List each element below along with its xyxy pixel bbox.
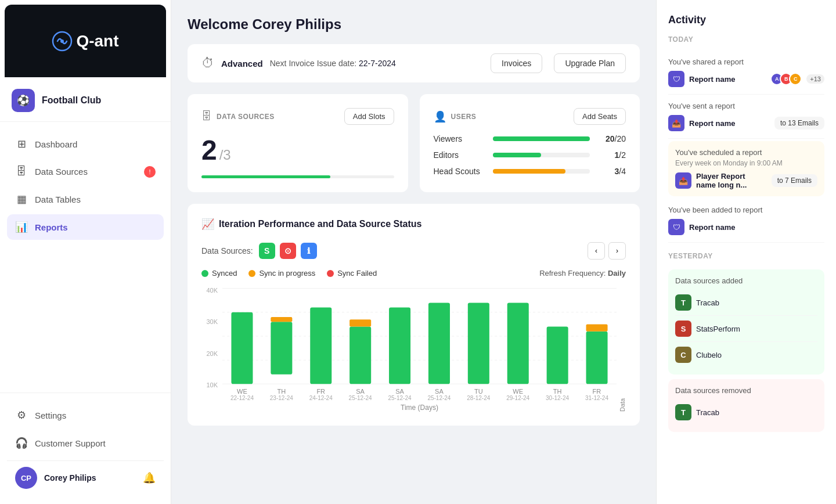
- x-label-5: SA 25-12-24: [383, 388, 417, 401]
- tracab-icon: T: [675, 294, 691, 311]
- user-avatar: CP: [15, 467, 37, 489]
- x-label-7: TU 28-12-24: [461, 388, 496, 401]
- svg-rect-11: [349, 327, 371, 384]
- scheduled-report-row: 📤 Player Report name long n... to 7 Emai…: [675, 172, 817, 189]
- legend-synced-dot: [201, 270, 208, 277]
- sidebar-item-customer-support[interactable]: 🎧 Customer Support: [7, 430, 164, 456]
- source-tracab-removed: T Tracab: [675, 399, 817, 425]
- chart-title: Iteration Performance and Data Source St…: [219, 219, 421, 229]
- sidebar-item-label: Data Tables: [35, 195, 81, 204]
- logo: Q-ant: [52, 31, 118, 52]
- x-label-2: TH 23-12-24: [264, 388, 299, 401]
- data-sources-card: 🗄 DATA SOURCES Add Slots 2 /3: [188, 94, 408, 192]
- x-label-4: SA 25-12-24: [343, 388, 378, 401]
- org-item[interactable]: ⚽ Football Club: [0, 77, 171, 122]
- dashboard-icon: ⊞: [15, 138, 28, 150]
- added-report-icon: 🛡: [668, 219, 684, 235]
- sidebar-item-label: Customer Support: [35, 438, 106, 448]
- svg-rect-16: [507, 303, 529, 384]
- sidebar-item-label: Data Sources: [35, 167, 88, 177]
- chart-next-button[interactable]: ›: [608, 242, 626, 260]
- y-tick-20k: 20K: [206, 350, 218, 357]
- users-stat-icon: 👤: [434, 110, 446, 123]
- activity-title: Activity: [668, 14, 824, 26]
- viewers-bar-track: [493, 136, 590, 141]
- upgrade-plan-button[interactable]: Upgrade Plan: [554, 53, 626, 73]
- sidebar-item-label: Settings: [35, 411, 66, 420]
- sent-report-icon: 📤: [668, 115, 684, 131]
- sidebar-bottom: ⚙ Settings 🎧 Customer Support CP Corey P…: [0, 393, 171, 504]
- chart-prev-button[interactable]: ‹: [588, 242, 605, 260]
- plan-icon: ⏱: [201, 56, 214, 71]
- ds-label: Data Sources:: [201, 246, 253, 255]
- svg-rect-10: [310, 308, 331, 384]
- editors-row: Editors 1/2: [434, 150, 626, 160]
- sidebar-item-reports[interactable]: 📊 Reports: [7, 214, 164, 240]
- org-avatar: ⚽: [12, 89, 35, 112]
- activity-sent-report: You've sent a report 📤 Report name to 13…: [668, 95, 824, 139]
- legend-failed-dot: [327, 270, 334, 277]
- today-label: TODAY: [668, 35, 824, 44]
- reports-icon: 📊: [15, 221, 28, 233]
- y-tick-30k: 30K: [206, 318, 218, 325]
- statsperform-icon: S: [675, 321, 691, 337]
- sidebar-item-label: Dashboard: [35, 139, 77, 149]
- add-seats-button[interactable]: Add Seats: [574, 108, 626, 125]
- invoice-info: Next Invoice Issue date: 22-7-2024: [270, 59, 396, 68]
- yesterday-label: YESTERDAY: [668, 252, 824, 260]
- user-profile-row[interactable]: CP Corey Philips 🔔: [7, 460, 164, 495]
- ds-icon-r: ⊙: [280, 243, 296, 259]
- ds-icon-s: S: [259, 243, 275, 259]
- scheduled-email-badge: to 7 Emails: [772, 174, 817, 187]
- editors-count: 1/2: [597, 150, 626, 160]
- activity-sources-added: Data sources added T Tracab S StatsPerfo…: [668, 269, 824, 375]
- svg-point-1: [60, 39, 64, 43]
- legend-progress-label: Sync in progress: [259, 269, 315, 278]
- sidebar-item-data-sources[interactable]: 🗄 Data Sources !: [7, 159, 164, 184]
- viewers-label: Viewers: [434, 134, 486, 143]
- tracab-removed-icon: T: [675, 404, 691, 420]
- invoices-button[interactable]: Invoices: [491, 53, 542, 73]
- svg-rect-17: [547, 327, 568, 384]
- svg-rect-19: [586, 324, 608, 331]
- editors-bar-fill: [493, 153, 542, 157]
- headscouts-count: 3/4: [597, 167, 626, 176]
- added-report-row: 🛡 Report name: [668, 219, 824, 235]
- viewers-row: Viewers 20/20: [434, 134, 626, 143]
- x-label-10: FR 31-12-24: [579, 388, 614, 401]
- scheduled-report-icon: 📤: [675, 172, 691, 189]
- org-name: Football Club: [42, 95, 101, 106]
- stats-row: 🗄 DATA SOURCES Add Slots 2 /3 👤 USERS Ad…: [188, 94, 640, 192]
- svg-rect-8: [271, 322, 292, 375]
- users-stat-label: USERS: [451, 113, 477, 121]
- sidebar-item-label: Reports: [35, 222, 68, 232]
- chart-title-row: 📈 Iteration Performance and Data Source …: [201, 218, 626, 231]
- report-icon: 🛡: [668, 71, 684, 87]
- legend-in-progress: Sync in progress: [248, 269, 315, 278]
- users-card: 👤 USERS Add Seats Viewers 20/20 Editors: [420, 94, 640, 192]
- email-badge: to 13 Emails: [774, 117, 824, 129]
- y-axis-labels: 40K 30K 20K 10K: [201, 287, 222, 412]
- sidebar-item-dashboard[interactable]: ⊞ Dashboard: [7, 131, 164, 157]
- activity-sources-removed: Data sources removed T Tracab: [668, 379, 824, 432]
- add-slots-button[interactable]: Add Slots: [344, 108, 394, 125]
- source-clubelo-added: C Clubelo: [675, 342, 817, 368]
- ds-icon-i: ℹ: [301, 243, 317, 259]
- datatables-icon: ▦: [15, 193, 28, 206]
- y-tick-40k: 40K: [206, 287, 218, 294]
- x-label-8: WE 29-12-24: [500, 388, 535, 401]
- page-title: Welcome Corey Philips: [188, 16, 640, 33]
- sidebar-item-data-tables[interactable]: ▦ Data Tables: [7, 186, 164, 212]
- notification-bell-icon[interactable]: 🔔: [143, 471, 156, 484]
- chart-nav-btns: ‹ ›: [588, 242, 626, 260]
- headscouts-label: Head Scouts: [434, 167, 486, 176]
- x-label-3: FR 24-12-24: [304, 388, 338, 401]
- support-icon: 🎧: [15, 437, 28, 449]
- shared-report-row: 🛡 Report name A B C +13: [668, 71, 824, 87]
- datasources-bar-track: [201, 175, 394, 178]
- avatar-group: A B C: [770, 73, 802, 85]
- refresh-info: Refresh Frequency: Daily: [539, 269, 626, 278]
- bar-chart-svg: [222, 287, 617, 386]
- datasources-stat-icon: 🗄: [201, 110, 212, 123]
- sidebar-item-settings[interactable]: ⚙ Settings: [7, 402, 164, 428]
